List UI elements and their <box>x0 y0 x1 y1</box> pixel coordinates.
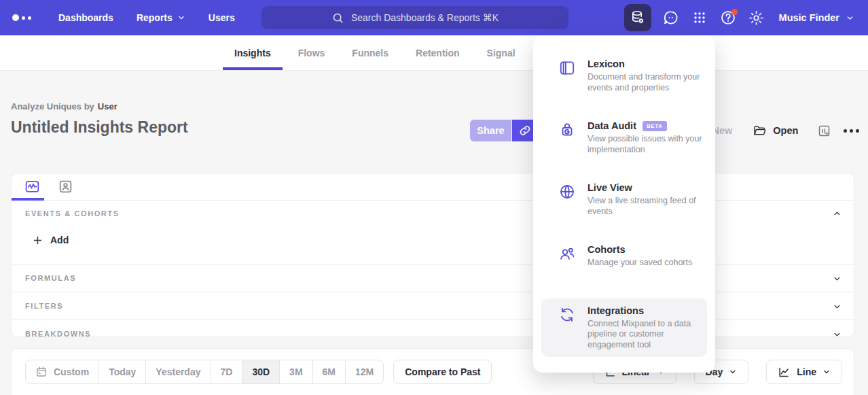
help-button[interactable] <box>717 6 740 29</box>
add-event-button[interactable]: Add <box>33 235 69 245</box>
nav-reports[interactable]: Reports <box>137 12 185 23</box>
cohorts-people-icon <box>558 245 576 262</box>
top-navigation-bar: Dashboards Reports Users Search Dashboar… <box>0 0 868 35</box>
apps-grid-button[interactable] <box>688 6 711 29</box>
more-options-button[interactable] <box>844 120 859 141</box>
data-management-menu: Lexicon Document and transform your even… <box>533 35 715 373</box>
chevron-down-icon <box>822 368 831 376</box>
tab-users-view[interactable] <box>57 178 74 195</box>
plus-icon <box>33 235 43 245</box>
share-button-group: Share <box>470 120 538 141</box>
page-title[interactable]: Untitled Insights Report <box>11 118 188 137</box>
live-view-globe-icon <box>558 183 576 201</box>
range-7d[interactable]: 7D <box>211 360 242 384</box>
add-to-dashboard-button[interactable] <box>817 124 831 138</box>
gear-icon <box>748 10 765 27</box>
ellipsis-icon <box>844 129 847 133</box>
menu-item-data-audit[interactable]: Data Audit BETA View possible issues wit… <box>541 114 707 162</box>
range-today[interactable]: Today <box>98 360 145 384</box>
chart-pulse-icon <box>24 178 41 195</box>
tab-flows[interactable]: Flows <box>285 35 339 70</box>
search-icon <box>331 12 344 24</box>
range-3m[interactable]: 3M <box>279 360 312 384</box>
chart-type-dropdown[interactable]: Line <box>766 360 842 384</box>
range-custom[interactable]: Custom <box>26 360 98 384</box>
chevron-down-icon <box>729 368 737 376</box>
menu-item-integrations[interactable]: Integrations Connect Mixpanel to a data … <box>541 298 707 358</box>
open-report-button[interactable]: Open <box>753 124 798 138</box>
grid-dots-icon <box>691 10 708 26</box>
mixpanel-logo-icon[interactable] <box>12 14 35 21</box>
section-filters[interactable]: FILTERS <box>12 292 854 320</box>
calendar-icon <box>35 366 48 378</box>
tab-insights[interactable]: Insights <box>221 35 285 70</box>
workspace-selector[interactable]: Music Finder <box>774 12 860 23</box>
report-tabs: Insights Flows Funnels Retention Signal … <box>0 35 868 71</box>
board-add-icon <box>817 124 831 138</box>
chat-bubble-icon <box>662 9 680 27</box>
tab-funnels[interactable]: Funnels <box>338 35 402 70</box>
builder-view-tabs <box>12 173 854 201</box>
chevron-up-icon <box>833 209 842 218</box>
app-window: Dashboards Reports Users Search Dashboar… <box>0 0 868 395</box>
section-events-cohorts: EVENTS & COHORTS <box>12 201 854 226</box>
settings-button[interactable] <box>745 6 768 29</box>
search-input[interactable]: Search Dashboards & Reports ⌘K <box>261 6 568 29</box>
chevron-down-icon <box>833 330 842 339</box>
section-breakdowns[interactable]: BREAKDOWNS <box>12 320 854 347</box>
tab-retention[interactable]: Retention <box>402 35 473 70</box>
tab-signal[interactable]: Signal <box>473 35 529 70</box>
query-builder-card: EVENTS & COHORTS Add FORMULAS FILTERS BR… <box>11 173 854 337</box>
range-30d[interactable]: 30D <box>242 360 279 384</box>
events-add-row: Add <box>12 226 854 254</box>
folder-icon <box>753 124 767 138</box>
chevron-down-icon <box>833 302 842 311</box>
section-formulas[interactable]: FORMULAS <box>12 264 854 292</box>
range-6m[interactable]: 6M <box>312 360 345 384</box>
report-actions: + New Open <box>704 120 859 141</box>
line-chart-icon <box>778 366 791 379</box>
feedback-button[interactable] <box>659 6 683 29</box>
nav-dashboards[interactable]: Dashboards <box>58 12 113 23</box>
chevron-down-icon <box>833 274 842 283</box>
menu-item-cohorts[interactable]: Cohorts Manage your saved cohorts <box>541 237 707 275</box>
collapse-section-button[interactable] <box>833 209 842 218</box>
link-icon <box>518 124 532 137</box>
nav-users[interactable]: Users <box>209 12 235 23</box>
compare-to-past-button[interactable]: Compare to Past <box>393 360 492 384</box>
menu-item-lexicon[interactable]: Lexicon Document and transform your even… <box>541 52 707 100</box>
search-placeholder: Search Dashboards & Reports ⌘K <box>351 12 499 23</box>
range-yesterday[interactable]: Yesterday <box>145 360 210 384</box>
beta-badge: BETA <box>643 121 667 131</box>
notification-dot <box>731 9 738 15</box>
tab-metrics-view[interactable] <box>24 178 41 195</box>
share-button[interactable]: Share <box>470 120 511 141</box>
menu-item-live-view[interactable]: Live View View a live streaming feed of … <box>541 175 707 224</box>
database-gear-icon <box>630 10 646 26</box>
person-card-icon <box>57 178 74 195</box>
active-tab-underline <box>12 198 44 201</box>
lexicon-icon <box>558 59 576 77</box>
data-audit-icon <box>558 121 576 139</box>
time-controls-card: Custom Today Yesterday 7D 30D 3M 6M 12M … <box>11 348 854 395</box>
analysis-entity[interactable]: User <box>98 101 117 111</box>
chevron-down-icon <box>177 14 185 22</box>
analysis-subtitle: Analyze Uniques byUser <box>11 101 117 111</box>
chevron-down-icon <box>846 14 854 22</box>
range-12m[interactable]: 12M <box>345 360 383 384</box>
integrations-sync-icon <box>558 306 576 324</box>
data-management-button[interactable] <box>624 4 651 31</box>
date-range-selector: Custom Today Yesterday 7D 30D 3M 6M 12M <box>25 360 384 384</box>
